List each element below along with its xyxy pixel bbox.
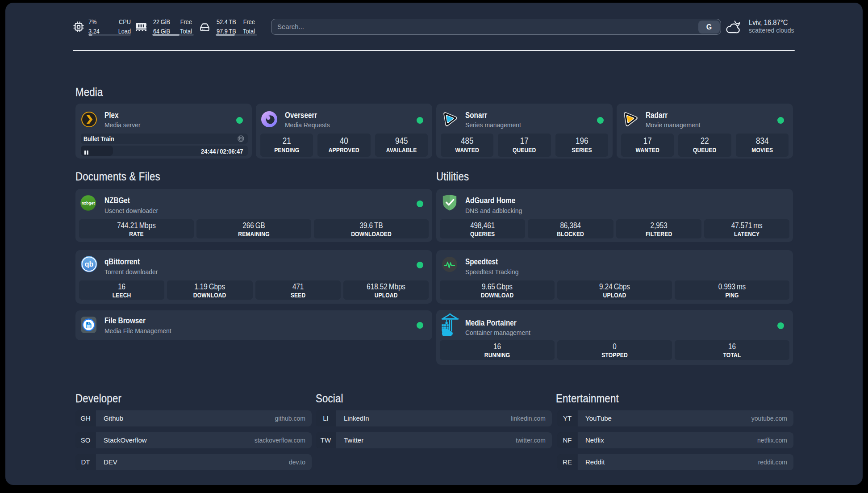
svg-text:qb: qb	[85, 260, 94, 268]
svg-text:nzbget: nzbget	[82, 201, 95, 205]
